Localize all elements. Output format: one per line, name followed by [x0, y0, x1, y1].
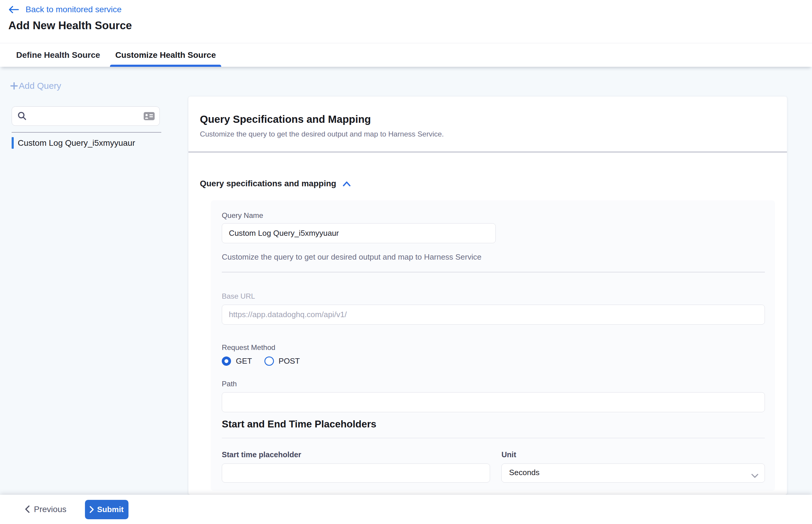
unit-select-value: Seconds	[509, 468, 539, 477]
arrow-left-icon	[9, 6, 19, 13]
tab-customize-health-source[interactable]: Customize Health Source	[110, 43, 221, 67]
query-name-input[interactable]	[222, 223, 496, 243]
tab-bar: Define Health Source Customize Health So…	[0, 43, 812, 67]
collapsible-section-header: Query specifications and mapping	[200, 179, 351, 189]
request-method-group: GET POST	[222, 357, 300, 366]
app-header: Back to monitored service Add New Health…	[0, 0, 812, 43]
section-title: Query specifications and mapping	[200, 179, 336, 189]
chevron-left-icon	[25, 506, 30, 513]
query-name-help-text: Customize the query to get our desired o…	[222, 252, 482, 262]
card-heading: Query Specifications and Mapping	[200, 113, 371, 125]
start-time-label: Start time placeholder	[222, 451, 302, 459]
path-input[interactable]	[222, 392, 765, 412]
query-form-panel: Query Name Customize the query to get ou…	[211, 200, 775, 491]
unit-select[interactable]: Seconds	[501, 463, 765, 483]
previous-button[interactable]: Previous	[25, 502, 66, 517]
footer-bar: Previous Submit	[0, 495, 812, 524]
sidebar-divider	[12, 132, 161, 133]
search-input[interactable]	[31, 107, 143, 125]
unit-label: Unit	[501, 451, 516, 459]
selected-indicator-bar	[12, 137, 14, 149]
content-area: Add Query Custom Log Query_i5xmyyuaur Qu…	[0, 67, 812, 495]
page-title: Add New Health Source	[9, 19, 132, 32]
back-link-label: Back to monitored service	[26, 5, 121, 14]
chevron-down-icon	[751, 471, 759, 480]
query-name-label: Query Name	[222, 211, 263, 220]
base-url-input[interactable]	[222, 305, 765, 325]
base-url-label: Base URL	[222, 292, 255, 300]
add-query-button[interactable]: Add Query	[11, 81, 61, 91]
page: Back to monitored service Add New Health…	[0, 0, 812, 524]
radio-option-post[interactable]: POST	[264, 357, 300, 366]
submit-button-label: Submit	[97, 505, 124, 514]
chevron-right-icon	[90, 506, 94, 513]
plus-icon	[11, 82, 18, 90]
radio-get-label: GET	[236, 357, 252, 366]
tab-define-health-source[interactable]: Define Health Source	[11, 43, 105, 67]
query-item-label: Custom Log Query_i5xmyyuaur	[18, 138, 135, 148]
submit-button[interactable]: Submit	[85, 500, 128, 519]
previous-button-label: Previous	[34, 505, 66, 514]
radio-selected-icon	[222, 357, 231, 366]
request-method-label: Request Method	[222, 343, 275, 352]
query-list-item[interactable]: Custom Log Query_i5xmyyuaur	[12, 137, 135, 149]
time-placeholders-heading: Start and End Time Placeholders	[222, 419, 376, 430]
add-query-label: Add Query	[19, 81, 61, 91]
path-label: Path	[222, 380, 237, 388]
radio-option-get[interactable]: GET	[222, 357, 252, 366]
card-divider	[189, 152, 787, 152]
query-search-box	[12, 107, 160, 126]
back-link[interactable]: Back to monitored service	[9, 5, 121, 14]
form-divider	[222, 438, 765, 439]
form-divider	[222, 272, 765, 273]
search-icon	[18, 112, 27, 122]
contact-card-icon[interactable]	[144, 112, 155, 122]
start-time-input[interactable]	[222, 463, 490, 483]
query-spec-card: Query Specifications and Mapping Customi…	[189, 97, 787, 495]
chevron-up-icon[interactable]	[342, 181, 351, 186]
radio-unselected-icon	[264, 357, 274, 366]
radio-post-label: POST	[278, 357, 299, 366]
card-subheading: Customize the query to get the desired o…	[200, 130, 443, 138]
